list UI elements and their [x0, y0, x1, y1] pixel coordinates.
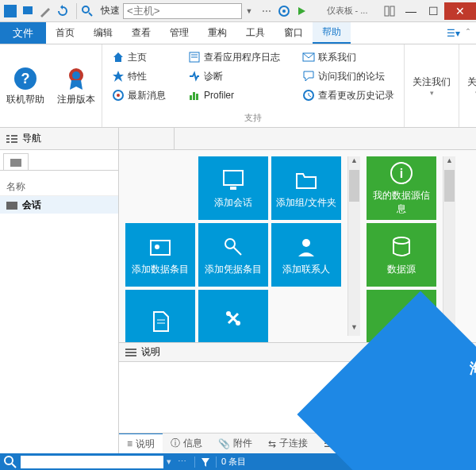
- nav-tab-default[interactable]: [3, 153, 29, 170]
- navigation-panel: 导航 名称 会话: [0, 128, 119, 453]
- screen-icon[interactable]: [21, 4, 35, 18]
- news-button[interactable]: 最新消息: [109, 86, 169, 105]
- menu-edit[interactable]: 编辑: [84, 22, 122, 44]
- play-icon[interactable]: [294, 4, 309, 18]
- description-title: 说明: [141, 345, 160, 359]
- layout-icon[interactable]: [382, 4, 397, 18]
- online-help-button[interactable]: ? 联机帮助: [0, 44, 51, 127]
- nav-tabs: [0, 150, 118, 171]
- forum-button[interactable]: 访问我们的论坛: [299, 67, 397, 86]
- follow-us-button[interactable]: 关注我们 ▾: [405, 44, 459, 127]
- app-title: 仪表板 - ...: [312, 5, 382, 17]
- desc-tab-attachments[interactable]: 📎附件: [210, 433, 260, 453]
- svg-rect-17: [190, 95, 192, 100]
- profiler-button[interactable]: Profiler: [185, 86, 283, 105]
- ribbon-options-icon[interactable]: ☰▾: [447, 28, 460, 39]
- svg-rect-28: [10, 159, 21, 167]
- news-icon: [112, 89, 125, 102]
- svg-rect-26: [11, 138, 17, 140]
- badge-icon: [63, 66, 89, 91]
- refresh-icon[interactable]: [56, 4, 70, 18]
- menu-file[interactable]: 文件: [0, 22, 46, 44]
- green-scrollbar[interactable]: ▲ ▼: [443, 156, 455, 336]
- svg-rect-27: [11, 141, 17, 143]
- history-icon: [302, 89, 315, 102]
- menu-refactor[interactable]: 重构: [198, 22, 236, 44]
- search-more-icon[interactable]: ⋯: [175, 457, 190, 467]
- features-button[interactable]: 特性: [109, 67, 169, 86]
- menubar: 文件 首页 编辑 查看 管理 重构 工具 窗口 帮助 ☰▾ ˆ: [0, 22, 476, 44]
- menu-tools[interactable]: 工具: [236, 22, 274, 44]
- content-tabs: [119, 128, 476, 150]
- svg-text:i: i: [400, 167, 403, 180]
- info-icon: ⓘ: [171, 437, 180, 450]
- edit-icon[interactable]: [38, 4, 52, 18]
- clip-icon: 📎: [218, 438, 230, 449]
- blue-tile-grid: 添加会话 添加组/文件夹 添加数据条目 添加凭据条目 添加联系人: [125, 156, 341, 336]
- svg-rect-31: [230, 187, 236, 190]
- desc-tab-subconnections[interactable]: ⇆子连接: [260, 433, 316, 453]
- tile-add-group[interactable]: 添加组/文件夹: [271, 156, 341, 220]
- search-dropdown-icon[interactable]: ▾: [163, 457, 175, 467]
- mail-icon: [302, 51, 315, 64]
- dropdown-icon[interactable]: ▼: [242, 4, 256, 18]
- svg-rect-19: [196, 94, 198, 100]
- tile-add-contact[interactable]: 添加联系人: [271, 223, 341, 287]
- app-icon[interactable]: [3, 4, 17, 18]
- quick-search-input[interactable]: [123, 3, 242, 19]
- svg-rect-18: [193, 92, 195, 100]
- svg-line-35: [233, 247, 241, 255]
- star-icon: [112, 70, 125, 83]
- filter-icon[interactable]: [200, 457, 211, 468]
- svg-rect-30: [224, 171, 243, 185]
- tile-add-session[interactable]: 添加会话: [198, 156, 268, 220]
- menu-view[interactable]: 查看: [122, 22, 160, 44]
- svg-point-40: [236, 321, 240, 326]
- close-button[interactable]: ✕: [444, 2, 476, 20]
- database-icon: [389, 234, 414, 260]
- changelog-button[interactable]: 查看更改历史记录: [299, 86, 397, 105]
- search-icon[interactable]: [3, 455, 17, 469]
- tile-add-data-entry[interactable]: 添加数据条目: [125, 223, 195, 287]
- svg-point-47: [5, 457, 13, 464]
- menu-window[interactable]: 窗口: [274, 22, 313, 44]
- scroll-thumb[interactable]: [444, 170, 455, 202]
- content-tab-blank[interactable]: [119, 128, 175, 149]
- register-button[interactable]: 注册版本: [51, 44, 102, 127]
- tile-datasource[interactable]: 数据源: [367, 223, 436, 287]
- target-icon[interactable]: [277, 4, 291, 18]
- monitor-icon: [221, 168, 246, 193]
- nav-item-session[interactable]: 会话: [0, 196, 118, 214]
- home-icon: [112, 51, 125, 64]
- minimize-button[interactable]: —: [400, 2, 422, 20]
- tile-sync[interactable]: [198, 290, 268, 342]
- logs-button[interactable]: 查看应用程序日志: [185, 48, 283, 67]
- person-icon: [294, 234, 319, 260]
- scroll-up-icon[interactable]: ▲: [443, 156, 455, 169]
- status-search-input[interactable]: [21, 456, 163, 468]
- home-button[interactable]: 主页: [109, 48, 169, 67]
- scroll-thumb[interactable]: [349, 170, 359, 202]
- diagnostics-button[interactable]: 诊断: [185, 67, 283, 86]
- nav-title: 导航: [22, 132, 41, 145]
- search-icon[interactable]: [80, 4, 94, 18]
- desc-tab-description[interactable]: ≡说明: [119, 433, 163, 453]
- scroll-down-icon[interactable]: ▼: [348, 323, 360, 336]
- menu-manage[interactable]: 管理: [160, 22, 198, 44]
- svg-rect-22: [6, 135, 10, 137]
- more-icon[interactable]: ⋯: [259, 4, 274, 18]
- scroll-up-icon[interactable]: ▲: [348, 156, 360, 169]
- tile-datasource-info[interactable]: i我的数据源信息: [367, 156, 436, 220]
- nav-column-name[interactable]: 名称: [0, 179, 118, 196]
- ribbon: ? 联机帮助 注册版本 主页 特性 最新消息 查看应用程序日志 诊断 Profi…: [0, 44, 476, 128]
- maximize-button[interactable]: ☐: [422, 2, 444, 20]
- menu-help[interactable]: 帮助: [313, 22, 351, 44]
- tile-document[interactable]: [125, 290, 195, 342]
- desc-tab-info[interactable]: ⓘ信息: [163, 433, 210, 453]
- blue-scrollbar[interactable]: ▲ ▼: [347, 156, 360, 336]
- about-button[interactable]: 关于 ▾: [459, 44, 476, 127]
- menu-home[interactable]: 首页: [46, 22, 84, 44]
- contact-button[interactable]: 联系我们: [299, 48, 397, 67]
- tile-add-credential[interactable]: 添加凭据条目: [198, 223, 268, 287]
- collapse-ribbon-icon[interactable]: ˆ: [466, 28, 470, 39]
